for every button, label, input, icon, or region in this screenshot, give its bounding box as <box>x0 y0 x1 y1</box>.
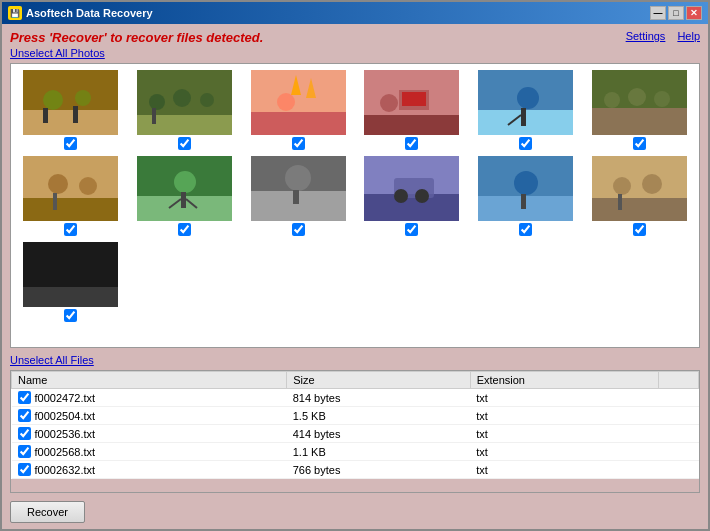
file-extra-cell <box>659 389 699 407</box>
file-checkbox[interactable] <box>18 409 31 422</box>
photo-checkbox[interactable] <box>292 137 305 150</box>
photo-checkbox[interactable] <box>519 137 532 150</box>
svg-point-59 <box>642 174 662 194</box>
svg-rect-5 <box>73 106 78 123</box>
file-name-cell: f0002536.txt <box>12 425 287 443</box>
file-extra-cell <box>659 425 699 443</box>
photo-item <box>17 70 125 150</box>
minimize-button[interactable]: — <box>650 6 666 20</box>
main-window: 💾 Asoftech Data Recovery — □ ✕ Press 'Re… <box>0 0 710 531</box>
unselect-all-photos-link[interactable]: Unselect All Photos <box>10 47 700 59</box>
files-table-container[interactable]: Name Size Extension f0002472.txt 814 b <box>11 371 699 492</box>
photo-checkbox[interactable] <box>64 223 77 236</box>
file-extension-cell: txt <box>470 443 658 461</box>
photo-checkbox[interactable] <box>633 223 646 236</box>
files-panel: Name Size Extension f0002472.txt 814 b <box>10 370 700 493</box>
svg-point-30 <box>628 88 646 106</box>
photo-checkbox[interactable] <box>405 137 418 150</box>
photo-item <box>472 156 580 236</box>
table-row: f0002536.txt 414 bytes txt <box>12 425 699 443</box>
file-size-cell: 814 bytes <box>287 389 470 407</box>
col-name: Name <box>12 372 287 389</box>
file-extra-cell <box>659 407 699 425</box>
file-extension-cell: txt <box>470 425 658 443</box>
svg-point-29 <box>604 92 620 108</box>
settings-link[interactable]: Settings <box>626 30 666 42</box>
svg-rect-11 <box>152 108 156 124</box>
file-extension-cell: txt <box>470 389 658 407</box>
title-bar: 💾 Asoftech Data Recovery — □ ✕ <box>2 2 708 24</box>
photo-item <box>244 70 352 150</box>
photo-thumbnail <box>23 156 118 221</box>
recover-button[interactable]: Recover <box>10 501 85 523</box>
files-table: Name Size Extension f0002472.txt 814 b <box>11 371 699 479</box>
file-checkbox[interactable] <box>18 391 31 404</box>
file-extra-cell <box>659 443 699 461</box>
file-size-cell: 766 bytes <box>287 461 470 479</box>
svg-point-51 <box>415 189 429 203</box>
svg-point-58 <box>613 177 631 195</box>
svg-rect-18 <box>364 115 459 135</box>
col-extension: Extension <box>470 372 658 389</box>
help-link[interactable]: Help <box>677 30 700 42</box>
file-name: f0002536.txt <box>35 428 96 440</box>
recover-message: Press 'Recover' to recover files detecte… <box>10 30 263 45</box>
svg-rect-4 <box>43 108 48 123</box>
svg-point-8 <box>149 94 165 110</box>
svg-rect-36 <box>53 193 57 210</box>
window-controls: — □ ✕ <box>650 6 702 20</box>
photo-thumbnail <box>137 70 232 135</box>
main-content: Press 'Recover' to recover files detecte… <box>2 24 708 529</box>
photo-item <box>472 70 580 150</box>
photo-thumbnail <box>364 70 459 135</box>
maximize-button[interactable]: □ <box>668 6 684 20</box>
file-checkbox[interactable] <box>18 463 31 476</box>
file-name: f0002472.txt <box>35 392 96 404</box>
photo-thumbnail <box>251 156 346 221</box>
photo-item <box>358 156 466 236</box>
photo-checkbox[interactable] <box>64 309 77 322</box>
svg-point-50 <box>394 189 408 203</box>
file-name-cell: f0002568.txt <box>12 443 287 461</box>
photo-item <box>17 242 125 322</box>
photo-checkbox[interactable] <box>519 223 532 236</box>
file-extra-cell <box>659 461 699 479</box>
photo-item <box>585 156 693 236</box>
photo-thumbnail <box>137 156 232 221</box>
photo-item <box>358 70 466 150</box>
svg-point-16 <box>277 93 295 111</box>
table-row: f0002632.txt 766 bytes txt <box>12 461 699 479</box>
file-checkbox[interactable] <box>18 445 31 458</box>
photo-item <box>244 156 352 236</box>
photo-checkbox[interactable] <box>633 137 646 150</box>
svg-point-24 <box>517 87 539 109</box>
svg-rect-20 <box>402 92 426 106</box>
svg-rect-40 <box>181 192 186 208</box>
svg-rect-1 <box>23 110 118 135</box>
file-extension-cell: txt <box>470 461 658 479</box>
photo-checkbox[interactable] <box>292 223 305 236</box>
svg-rect-46 <box>293 190 299 204</box>
photo-thumbnail <box>478 156 573 221</box>
photo-thumbnail <box>23 70 118 135</box>
photo-checkbox[interactable] <box>178 137 191 150</box>
file-size-cell: 1.5 KB <box>287 407 470 425</box>
unselect-all-files-link[interactable]: Unselect All Files <box>10 354 700 366</box>
close-button[interactable]: ✕ <box>686 6 702 20</box>
svg-rect-60 <box>618 194 622 210</box>
svg-rect-25 <box>521 108 526 126</box>
photo-grid <box>11 64 699 328</box>
svg-point-3 <box>75 90 91 106</box>
file-size-cell: 414 bytes <box>287 425 470 443</box>
svg-rect-55 <box>521 194 526 209</box>
table-header-row: Name Size Extension <box>12 372 699 389</box>
photo-thumbnail <box>592 156 687 221</box>
photo-checkbox[interactable] <box>178 223 191 236</box>
svg-rect-7 <box>137 115 232 135</box>
svg-point-35 <box>79 177 97 195</box>
svg-point-31 <box>654 91 670 107</box>
photo-checkbox[interactable] <box>64 137 77 150</box>
file-checkbox[interactable] <box>18 427 31 440</box>
photo-checkbox[interactable] <box>405 223 418 236</box>
photo-item <box>131 70 239 150</box>
